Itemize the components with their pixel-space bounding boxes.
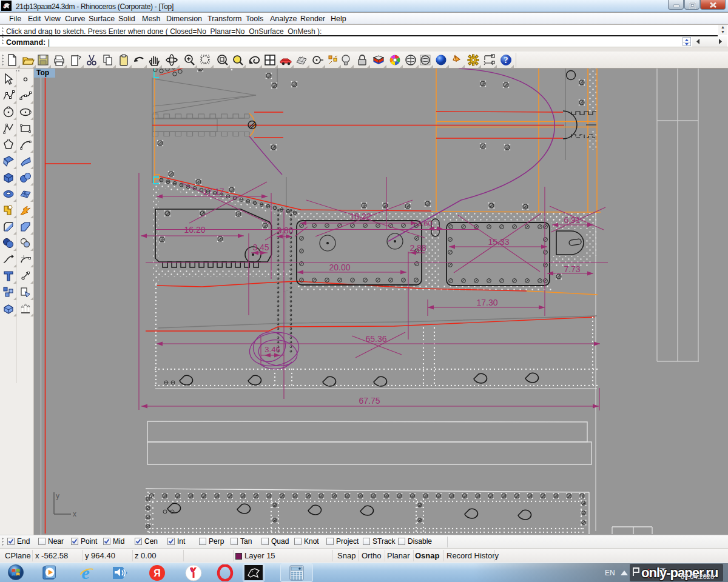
svg-text:2.88: 2.88 [410, 243, 426, 253]
svg-text:?: ? [504, 56, 508, 65]
svg-text:3.46: 3.46 [265, 345, 280, 354]
svg-text:67.75: 67.75 [359, 396, 380, 406]
svg-text:Я: Я [153, 568, 161, 578]
svg-text:3.60: 3.60 [417, 219, 432, 228]
svg-text:17.17: 17.17 [203, 187, 224, 196]
svg-text:20.00: 20.00 [329, 263, 350, 272]
svg-text:3.45: 3.45 [252, 242, 269, 252]
svg-text:x: x [73, 510, 76, 518]
svg-text:y: y [56, 492, 59, 500]
svg-text:3.80: 3.80 [277, 226, 293, 235]
svg-text:16.20: 16.20 [184, 225, 205, 235]
svg-text:17.30: 17.30 [476, 298, 497, 307]
svg-text:e: e [81, 564, 89, 581]
svg-text:7.73: 7.73 [564, 264, 580, 274]
